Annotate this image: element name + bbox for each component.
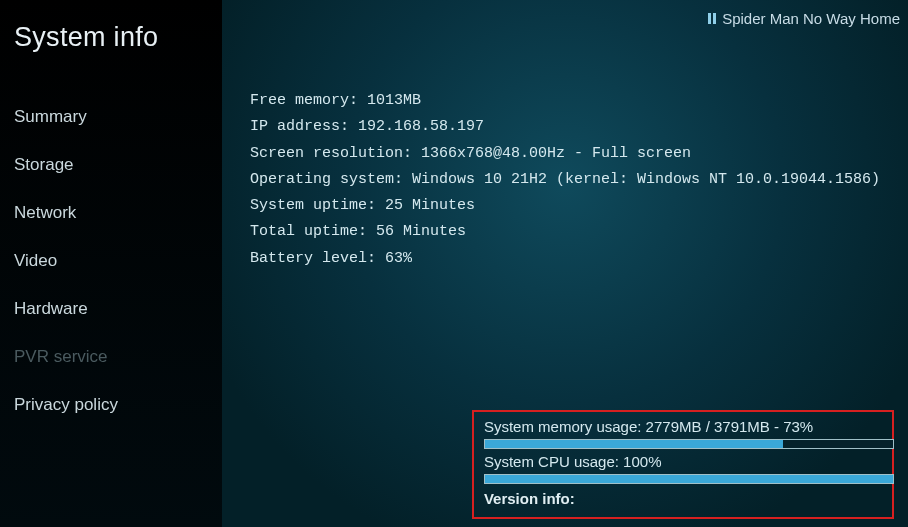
free-memory: Free memory: 1013MB <box>250 88 880 114</box>
cpu-usage-row: System CPU usage: 100% <box>484 453 882 484</box>
nav-storage[interactable]: Storage <box>0 141 222 189</box>
now-playing[interactable]: Spider Man No Way Home <box>708 10 900 27</box>
cpu-progress-fill <box>485 475 893 483</box>
memory-progress-bar <box>484 439 894 449</box>
pause-icon <box>708 13 716 24</box>
nav-summary[interactable]: Summary <box>0 93 222 141</box>
nav-privacy-policy[interactable]: Privacy policy <box>0 381 222 429</box>
nav-list: Summary Storage Network Video Hardware P… <box>0 73 222 429</box>
page-title: System info <box>0 12 222 73</box>
memory-progress-fill <box>485 440 783 448</box>
operating-system: Operating system: Windows 10 21H2 (kerne… <box>250 167 880 193</box>
nav-video[interactable]: Video <box>0 237 222 285</box>
ip-address: IP address: 192.168.58.197 <box>250 114 880 140</box>
system-info-block: Free memory: 1013MB IP address: 192.168.… <box>222 0 908 272</box>
total-uptime: Total uptime: 56 Minutes <box>250 219 880 245</box>
sidebar: System info Summary Storage Network Vide… <box>0 0 222 527</box>
main-panel: Spider Man No Way Home Free memory: 1013… <box>222 0 908 527</box>
now-playing-title: Spider Man No Way Home <box>722 10 900 27</box>
version-info-label: Version info: <box>484 490 882 507</box>
nav-pvr-service: PVR service <box>0 333 222 381</box>
cpu-progress-bar <box>484 474 894 484</box>
memory-usage-label: System memory usage: 2779MB / 3791MB - 7… <box>484 418 882 435</box>
memory-usage-row: System memory usage: 2779MB / 3791MB - 7… <box>484 418 882 449</box>
nav-network[interactable]: Network <box>0 189 222 237</box>
screen-resolution: Screen resolution: 1366x768@48.00Hz - Fu… <box>250 141 880 167</box>
battery-level: Battery level: 63% <box>250 246 880 272</box>
nav-hardware[interactable]: Hardware <box>0 285 222 333</box>
system-uptime: System uptime: 25 Minutes <box>250 193 880 219</box>
usage-section: System memory usage: 2779MB / 3791MB - 7… <box>472 410 894 519</box>
cpu-usage-label: System CPU usage: 100% <box>484 453 882 470</box>
